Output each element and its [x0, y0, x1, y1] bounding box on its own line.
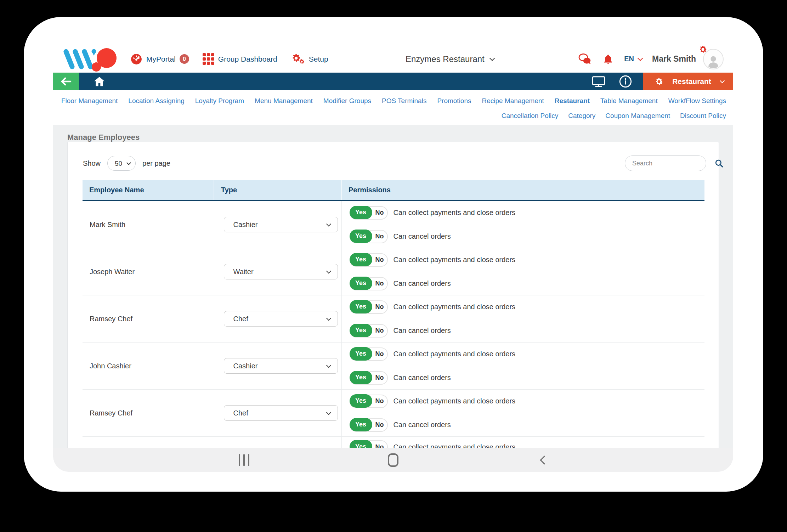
- gears-icon: [291, 53, 305, 66]
- tablet-home-button[interactable]: [388, 453, 398, 467]
- nav-link-promotions[interactable]: Promotions: [437, 97, 471, 105]
- permission-toggle[interactable]: Yes No: [350, 440, 388, 448]
- per-page-label: per page: [142, 159, 170, 168]
- toggle-no-button[interactable]: No: [372, 256, 387, 264]
- toggle-yes-button[interactable]: Yes: [350, 394, 372, 408]
- permission-toggle[interactable]: Yes No: [350, 418, 388, 432]
- nav-link-loyalty-program[interactable]: Loyalty Program: [195, 97, 244, 105]
- employee-name: Mark Smith: [83, 221, 125, 229]
- permission-toggle[interactable]: Yes No: [350, 230, 388, 243]
- module-nav-row-1: Floor ManagementLocation AssigningLoyalt…: [53, 96, 726, 106]
- myportal-button[interactable]: MyPortal 0: [130, 53, 189, 65]
- home-icon: [94, 77, 105, 86]
- toggle-no-button[interactable]: No: [372, 280, 387, 287]
- permission-toggle[interactable]: Yes No: [350, 371, 388, 385]
- type-select[interactable]: Cashier: [224, 358, 338, 373]
- toggle-yes-button[interactable]: Yes: [350, 230, 372, 243]
- type-select[interactable]: Waiter: [224, 264, 338, 279]
- permission-toggle[interactable]: Yes No: [350, 300, 388, 314]
- toggle-yes-button[interactable]: Yes: [350, 277, 372, 290]
- per-page-select[interactable]: 50: [108, 156, 135, 170]
- nav-link-cancellation-policy[interactable]: Cancellation Policy: [502, 112, 559, 120]
- toggle-no-button[interactable]: No: [372, 421, 387, 429]
- employee-name: Ramsey Chef: [83, 315, 132, 323]
- toggle-yes-button[interactable]: Yes: [350, 440, 372, 448]
- permission-label: Can cancel orders: [394, 279, 451, 288]
- display-monitor-icon[interactable]: [591, 75, 606, 88]
- nav-link-pos-terminals[interactable]: POS Terminals: [382, 97, 426, 105]
- permission-label: Can cancel orders: [394, 327, 451, 335]
- type-select[interactable]: Chef: [224, 406, 338, 420]
- type-select-wrap: Waiter: [224, 264, 338, 279]
- search-icon[interactable]: [714, 159, 724, 168]
- nav-link-category[interactable]: Category: [568, 112, 595, 120]
- permission-row: Yes No Can collect payments and close or…: [350, 253, 705, 267]
- search-box: [625, 155, 706, 171]
- notifications-bell-icon[interactable]: [603, 54, 613, 64]
- toggle-yes-button[interactable]: Yes: [350, 418, 372, 431]
- type-select[interactable]: Chef: [224, 311, 338, 326]
- setup-label: Setup: [309, 55, 328, 63]
- toggle-yes-button[interactable]: Yes: [350, 253, 372, 266]
- nav-link-floor-management[interactable]: Floor Management: [61, 97, 118, 105]
- tablet-back-button[interactable]: [540, 455, 549, 464]
- show-label: Show: [83, 159, 101, 168]
- nav-link-discount-policy[interactable]: Discount Policy: [680, 112, 726, 120]
- location-name: Enzymes Restaurant: [406, 54, 485, 64]
- toggle-no-button[interactable]: No: [372, 209, 387, 216]
- toggle-yes-button[interactable]: Yes: [350, 371, 372, 384]
- employee-name: John Cashier: [83, 362, 131, 370]
- permission-toggle[interactable]: Yes No: [350, 277, 388, 290]
- toggle-no-button[interactable]: No: [372, 443, 387, 448]
- myportal-label: MyPortal: [146, 55, 176, 63]
- permission-row: Yes No Can collect payments and close or…: [350, 395, 705, 408]
- nav-link-location-assigning[interactable]: Location Assigning: [128, 97, 184, 105]
- toggle-yes-button[interactable]: Yes: [350, 300, 372, 313]
- location-selector[interactable]: Enzymes Restaurant: [406, 45, 493, 73]
- permission-toggle[interactable]: Yes No: [350, 206, 388, 220]
- back-button[interactable]: [53, 73, 79, 90]
- setup-button[interactable]: Setup: [291, 53, 328, 66]
- recents-button[interactable]: [239, 454, 249, 466]
- chevron-down-icon: [638, 56, 643, 61]
- context-restaurant-button[interactable]: Restaurant: [643, 73, 733, 90]
- table-row: Ramsey Chef Chef Yes No Can collect paym…: [83, 390, 704, 437]
- info-icon[interactable]: [619, 75, 632, 88]
- top-nav: MyPortal 0 Group Dashboard Setup: [130, 53, 328, 66]
- nav-link-workfflow-settings[interactable]: WorkfFlow Settings: [668, 97, 726, 105]
- language-selector[interactable]: EN: [624, 55, 641, 63]
- toggle-no-button[interactable]: No: [372, 327, 387, 334]
- chat-icon[interactable]: [578, 53, 592, 65]
- home-button[interactable]: [94, 77, 105, 86]
- permission-toggle[interactable]: Yes No: [350, 347, 388, 361]
- permission-toggle[interactable]: Yes No: [350, 395, 388, 408]
- nav-link-modifier-groups[interactable]: Modifier Groups: [323, 97, 371, 105]
- speedometer-icon: [130, 53, 142, 65]
- toggle-no-button[interactable]: No: [372, 397, 387, 405]
- toggle-no-button[interactable]: No: [372, 233, 387, 240]
- tablet-frame: MyPortal 0 Group Dashboard Setup: [24, 17, 763, 492]
- avatar[interactable]: [703, 49, 724, 69]
- user-menu[interactable]: Mark Smith: [652, 49, 724, 69]
- toggle-yes-button[interactable]: Yes: [350, 347, 372, 361]
- nav-link-restaurant[interactable]: Restaurant: [555, 97, 590, 105]
- toggle-no-button[interactable]: No: [372, 374, 387, 381]
- nav-link-recipe-management[interactable]: Recipe Management: [482, 97, 544, 105]
- toggle-yes-button[interactable]: Yes: [350, 324, 372, 337]
- nav-link-table-management[interactable]: Table Management: [600, 97, 658, 105]
- toggle-no-button[interactable]: No: [372, 350, 387, 358]
- type-select[interactable]: Cashier: [224, 217, 338, 232]
- permission-toggle[interactable]: Yes No: [350, 324, 388, 338]
- nav-link-coupon-management[interactable]: Coupon Management: [605, 112, 670, 120]
- toggle-no-button[interactable]: No: [372, 303, 387, 311]
- search-input[interactable]: [632, 160, 714, 167]
- grid-icon: [203, 53, 214, 65]
- table-row: John Cashier Cashier Yes No Can collect …: [83, 343, 704, 390]
- permission-label: Can cancel orders: [394, 374, 451, 382]
- permission-toggle[interactable]: Yes No: [350, 253, 388, 267]
- nav-link-menu-management[interactable]: Menu Management: [255, 97, 313, 105]
- group-dashboard-button[interactable]: Group Dashboard: [203, 53, 277, 65]
- type-select-wrap: Chef: [224, 405, 338, 421]
- toggle-yes-button[interactable]: Yes: [350, 206, 372, 219]
- column-type: Type: [214, 180, 341, 200]
